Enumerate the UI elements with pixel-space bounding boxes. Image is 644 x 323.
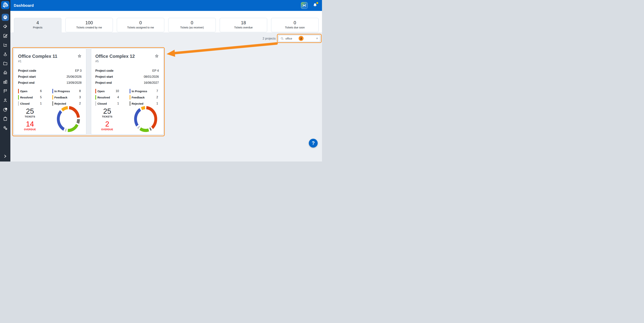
tab-tickets-assigned-to-me[interactable]: 0 Tickets assigned to me (117, 18, 164, 32)
status-open: Open6 (18, 89, 48, 93)
pie-chart-icon (3, 107, 8, 112)
project-title: Office Complex 12 (95, 54, 135, 59)
sidebar-item-stamp[interactable] (2, 69, 9, 76)
project-count-text: 2 projects (263, 36, 276, 41)
clear-search-icon[interactable]: × (316, 37, 318, 40)
sidebar-item-flag[interactable] (2, 87, 9, 95)
project-title: Office Complex 11 (18, 54, 57, 59)
person-marker-icon (3, 52, 8, 57)
detail-label: Project start (95, 75, 113, 78)
sidebar-item-settings[interactable] (2, 124, 9, 132)
app-launcher-button[interactable] (301, 2, 308, 9)
favorite-star-icon[interactable] (155, 54, 159, 59)
tickets-count: 25 (20, 107, 40, 115)
tab-value: 18 (220, 20, 267, 25)
sidebar-nav (0, 14, 10, 132)
tags-icon (3, 24, 8, 29)
tickets-count: 25 (97, 107, 118, 115)
tab-value: 0 (168, 20, 216, 25)
status-legend: Open6 In Progress8 Resolved5 Feedback3 C… (18, 89, 82, 106)
status-closed: Closed1 (95, 101, 125, 106)
app-launcher-icon (302, 3, 306, 7)
project-details: Project code EP 4 Project start 08/01/20… (95, 68, 159, 86)
status-resolved: Resolved4 (95, 95, 125, 100)
detail-value: 13/09/2028 (66, 81, 82, 84)
sidebar-item-dashboard[interactable] (2, 14, 9, 21)
detail-value: 08/01/2026 (144, 75, 159, 78)
annotation-box-search: 2 × (277, 34, 322, 43)
status-color-bar (130, 89, 130, 93)
flag-icon (3, 89, 8, 93)
tab-tickets-due-soon[interactable]: 0 Tickets due soon (271, 18, 318, 32)
detail-label: Project start (18, 75, 36, 78)
tab-tickets-as-receiver[interactable]: 0 Tickets (as receiver) (168, 18, 216, 32)
folder-icon (3, 61, 8, 66)
logo-arcs-icon (2, 2, 8, 8)
sidebar-item-reports[interactable] (2, 41, 9, 48)
status-color-bar (52, 95, 53, 100)
stamp-icon (3, 70, 8, 75)
detail-row: Project end 16/06/2027 (95, 80, 159, 86)
sidebar-expand-button[interactable] (3, 154, 8, 159)
search-input[interactable] (285, 37, 297, 40)
status-color-bar (95, 89, 96, 93)
sidebar-item-tags[interactable] (2, 23, 9, 30)
status-open: Open10 (95, 89, 125, 93)
project-number: #5 (95, 60, 159, 63)
status-legend: Open10 In Progress7 Resolved4 Feedback2 … (95, 89, 159, 106)
detail-row: Project start 25/06/2026 (18, 74, 82, 80)
status-color-bar (18, 95, 19, 100)
detail-label: Project code (18, 69, 36, 72)
sidebar-item-buildings[interactable] (2, 78, 9, 85)
stats-tabs: 4 Projects 100 Tickets created by me 0 T… (14, 18, 318, 32)
project-search[interactable]: 2 × (278, 35, 320, 42)
tab-tickets-created-by-me[interactable]: 100 Tickets created by me (66, 18, 113, 32)
project-card[interactable]: Office Complex 11 #1 Project code EP 3 P… (14, 48, 86, 135)
annotation-box-projects: Office Complex 11 #1 Project code EP 3 P… (12, 47, 165, 136)
status-color-bar (95, 95, 96, 100)
detail-row: Project start 08/01/2026 (95, 74, 159, 80)
status-color-bar (18, 89, 19, 93)
sidebar-item-pie-chart[interactable] (2, 106, 9, 113)
detail-row: Project code EP 3 (18, 68, 82, 74)
project-number: #1 (18, 60, 82, 63)
app-logo[interactable] (1, 1, 10, 9)
tab-label: Tickets due soon (271, 26, 318, 29)
dashboard-screen: Dashboard 4 (0, 0, 322, 161)
detail-row: Project end 13/09/2028 (18, 80, 82, 86)
sidebar-item-user[interactable] (2, 97, 9, 104)
card-header: Office Complex 12 (95, 54, 159, 59)
sidebar-item-folder[interactable] (2, 60, 9, 67)
tab-label: Tickets overdue (220, 26, 267, 29)
sidebar-item-person-marker[interactable] (2, 51, 9, 58)
project-card[interactable]: Office Complex 12 #5 Project code EP 4 P… (91, 48, 164, 135)
status-resolved: Resolved5 (18, 95, 48, 100)
notification-dot (316, 2, 318, 4)
status-color-bar (52, 101, 53, 106)
tab-tickets-overdue[interactable]: 18 Tickets overdue (220, 18, 267, 32)
ticket-totals: 25 TICKETS 14 OVERDUE (20, 107, 40, 131)
status-in-progress: In Progress8 (52, 89, 82, 93)
help-button[interactable]: ? (309, 139, 318, 148)
notifications-button[interactable] (312, 3, 318, 8)
status-feedback: Feedback2 (130, 95, 159, 100)
signature-document-icon (3, 33, 8, 38)
dashboard-gauge-icon (3, 15, 8, 20)
status-color-bar (52, 89, 53, 93)
sidebar-item-signature[interactable] (2, 32, 9, 39)
detail-row: Project code EP 4 (95, 68, 159, 74)
tab-value: 4 (14, 20, 61, 25)
tab-label: Tickets created by me (66, 26, 113, 29)
detail-label: Project end (95, 81, 112, 84)
status-in-progress: In Progress7 (130, 89, 159, 93)
user-icon (3, 98, 8, 103)
tab-projects[interactable]: 4 Projects (14, 18, 62, 32)
overdue-count: 2 (97, 120, 118, 128)
status-color-bar (130, 101, 130, 106)
status-feedback: Feedback3 (52, 95, 82, 100)
sidebar-item-clipboard[interactable] (2, 115, 9, 122)
buildings-icon (3, 79, 8, 84)
detail-label: Project code (95, 69, 114, 72)
tickets-caption: TICKETS (97, 115, 118, 118)
favorite-star-icon[interactable] (78, 54, 82, 59)
